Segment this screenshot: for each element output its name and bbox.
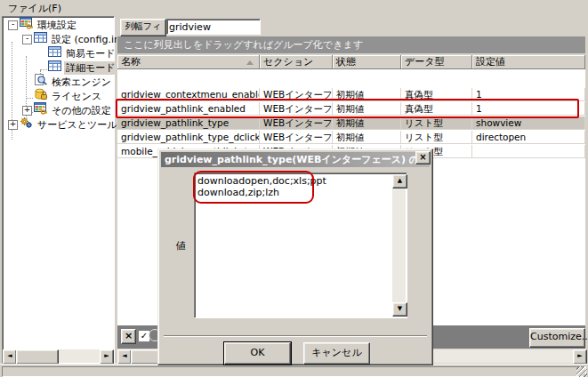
settings-table-icon (20, 17, 33, 33)
close-filter-button[interactable]: × (121, 329, 136, 344)
resize-grip[interactable] (576, 366, 587, 377)
tree-horizontal-scrollbar[interactable]: ◄ ► (3, 349, 112, 363)
tree-item-license[interactable]: ライセンス (34, 89, 103, 103)
tree-item-settei-config[interactable]: 設定 (config.ini) (34, 32, 128, 46)
tree-item-sonota-settei[interactable]: その他の設定 (34, 103, 113, 117)
table-icon (34, 31, 47, 47)
scroll-left-button[interactable]: ◄ (117, 349, 132, 365)
settings-table-icon (34, 102, 47, 118)
tree-expander[interactable]: + (22, 106, 32, 116)
ok-button[interactable]: OK (224, 342, 291, 365)
scroll-thumb[interactable] (16, 349, 59, 365)
tree-expander[interactable]: + (8, 120, 18, 130)
tree-item-services-tools[interactable]: サービスとツール (20, 117, 119, 132)
tree-item-kensaku-engine[interactable]: 検索エンジン (34, 75, 113, 89)
application-window: ファイル(F) - 環境設定 - 設定 (config.ini) 簡易モード 詳… (0, 0, 588, 377)
column-header-datatype[interactable]: データ型 (401, 55, 472, 69)
tree-item-label: 簡易モード (64, 47, 117, 60)
table-row[interactable]: gridview_pathlink_type_dclick WEBインターフェー… (117, 131, 585, 145)
setting-dialog: gridview_pathlink_type(WEBインターフェース) の設定 … (157, 148, 433, 365)
tree-item-label-selected: 詳細モード (64, 61, 117, 75)
textarea-vertical-scrollbar[interactable]: ▲ ▼ (392, 174, 406, 317)
column-fit-button[interactable]: 列幅フィット (120, 19, 166, 36)
services-gears-icon (20, 116, 33, 132)
value-label: 値 (176, 239, 186, 253)
tree-item-shousai-mode[interactable]: 詳細モード (48, 60, 117, 75)
table-row-selected[interactable]: gridview_pathlink_type WEBインターフェース 初期値 リ… (117, 116, 585, 131)
tree-expander[interactable]: - (8, 20, 18, 30)
table-row[interactable]: gridview_pathlink_enabled WEBインターフェース 初期… (117, 102, 585, 116)
tree-connector (40, 69, 47, 70)
tree-item-label: その他の設定 (50, 104, 113, 117)
grid-header-row: 名称 セクション 状態 データ型 設定値 (117, 55, 585, 70)
tree-item-kankyou-settei[interactable]: 環境設定 (20, 18, 78, 32)
scroll-down-button[interactable]: ▼ (392, 302, 407, 317)
status-panel (2, 366, 586, 377)
column-header-name[interactable]: 名称 (117, 55, 260, 69)
close-icon[interactable]: × (415, 151, 431, 164)
tree-connector (26, 98, 33, 99)
scroll-right-button[interactable]: ► (100, 349, 114, 365)
scroll-right-button[interactable]: ► (573, 349, 587, 365)
tree-expander[interactable]: - (22, 35, 32, 44)
status-bar (0, 364, 588, 377)
tree-item-kani-mode[interactable]: 簡易モード (48, 46, 117, 60)
table-icon (48, 60, 61, 76)
textarea-content: downloadopen,doc;xls;ppt download,zip;lz… (197, 175, 391, 198)
tree-item-label: サービスとツール (36, 118, 119, 132)
tree-item-label: 検索エンジン (50, 76, 113, 89)
sort-ascending-icon (246, 60, 254, 65)
column-header-section[interactable]: セクション (260, 55, 333, 69)
column-header-state[interactable]: 状態 (333, 55, 401, 69)
dialog-title-bar[interactable]: gridview_pathlink_type(WEBインターフェース) の設定 (161, 152, 430, 167)
settings-tree-panel: - 環境設定 - 設定 (config.ini) 簡易モード 詳細モード 検索エ… (2, 16, 115, 365)
menu-file[interactable]: ファイル(F) (4, 2, 65, 15)
value-textarea[interactable]: downloadopen,doc;xls;ppt download,zip;lz… (194, 172, 407, 318)
filter-input[interactable] (166, 19, 261, 35)
dialog-separator (164, 335, 427, 337)
cancel-button[interactable]: キャンセル (303, 342, 370, 365)
scroll-up-button[interactable]: ▲ (392, 174, 407, 188)
tree-item-label: ライセンス (50, 90, 103, 103)
scroll-left-button[interactable]: ◄ (3, 349, 17, 365)
tree-item-label: 環境設定 (36, 19, 78, 32)
group-by-hint-band[interactable]: ここに列見出しをドラッグすればグループ化できます (117, 36, 585, 53)
table-row[interactable]: gridview_contextmenu_enabled WEBインターフェース… (117, 88, 585, 102)
menu-bar: ファイル(F) (0, 0, 588, 15)
column-header-value[interactable]: 設定値 (472, 55, 585, 69)
customize-button[interactable]: Customize... (529, 328, 585, 348)
